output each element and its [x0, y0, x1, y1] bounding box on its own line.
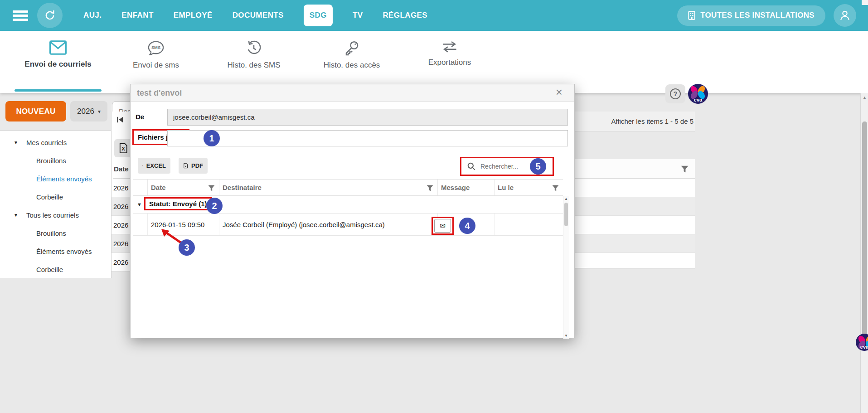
eva-floating-badge[interactable]: eva: [856, 334, 868, 351]
filter-icon[interactable]: [681, 165, 689, 173]
history-icon: [246, 40, 262, 56]
from-field[interactable]: [167, 109, 568, 126]
sidebar-item-corbeille-2[interactable]: Corbeille: [0, 261, 111, 279]
pdf-file-icon: [183, 161, 188, 170]
sidebar-item-label: Brouillons: [36, 152, 66, 170]
eva-label: eva: [856, 344, 868, 350]
nav-item-sdg[interactable]: SDG: [304, 5, 333, 26]
refresh-icon: [44, 10, 56, 21]
column-label: Message: [441, 184, 470, 191]
sidebar-group-tous-les-courriels[interactable]: ▼ Tous les courriels: [0, 206, 111, 224]
sidebar-item-corbeille[interactable]: Corbeille: [0, 188, 111, 206]
svg-text:SMS: SMS: [151, 45, 160, 50]
page-scrollbar-thumb[interactable]: [862, 121, 867, 336]
sidebar-item-label: Corbeille: [36, 188, 63, 206]
column-label: Destinataire: [223, 184, 262, 191]
table-row[interactable]: [575, 216, 695, 234]
refresh-button[interactable]: [37, 3, 63, 28]
modal-table-scrollbar[interactable]: ▲ ▼: [563, 196, 569, 339]
table-row[interactable]: [575, 197, 695, 216]
main-nav: AUJ. ENFANT EMPLOYÉ DOCUMENTS SDG TV RÉG…: [83, 5, 427, 26]
table-row[interactable]: 2026-01-15 09:50 Josée Corbeil (Employé)…: [133, 214, 563, 236]
column-label: Lu le: [498, 184, 514, 191]
scroll-down-icon[interactable]: ▼: [564, 334, 568, 338]
table-row[interactable]: [575, 234, 695, 253]
nav-item-tv[interactable]: TV: [353, 11, 363, 20]
filter-icon[interactable]: [208, 185, 215, 191]
chevron-down-icon: ▾: [98, 108, 101, 115]
nav-item-reglages[interactable]: RÉGLAGES: [383, 11, 427, 20]
excel-file-icon: X: [118, 143, 128, 154]
help-button[interactable]: ?: [665, 84, 685, 103]
year-select-value: 2026: [77, 107, 94, 116]
items-count-label: Afficher les items 1 - 5 de 5: [575, 112, 695, 131]
tab-label: Exportations: [428, 58, 471, 67]
column-header-message[interactable]: Message: [438, 180, 495, 195]
close-icon[interactable]: ×: [556, 85, 563, 99]
status-group-label: Statut: Envoyé (1): [144, 197, 212, 210]
filter-icon[interactable]: [552, 185, 559, 191]
scroll-up-icon[interactable]: ▲: [564, 197, 568, 201]
nav-item-employe[interactable]: EMPLOYÉ: [174, 11, 213, 20]
background-table-header: [575, 159, 695, 179]
modal-header: test d'envoi ×: [131, 84, 574, 102]
sms-icon: SMS: [147, 40, 165, 56]
from-label: De: [136, 113, 144, 121]
view-message-button[interactable]: ✉: [434, 219, 451, 233]
topbar-right: TOUTES LES INSTALLATIONS: [677, 4, 868, 27]
year-select[interactable]: 2026 ▾: [70, 101, 107, 121]
annotation-badge-5: 5: [530, 158, 546, 175]
modal-scrollbar-thumb[interactable]: [564, 203, 568, 226]
eva-assistant-button[interactable]: eva: [688, 84, 708, 104]
message-annotation-box: ✉: [432, 217, 454, 235]
email-detail-modal: test d'envoi × De Fichiers joints 1 X EX…: [130, 84, 575, 338]
nav-item-documents[interactable]: DOCUMENTS: [233, 11, 284, 20]
user-icon: [839, 9, 851, 22]
nav-item-enfant[interactable]: ENFANT: [121, 11, 153, 20]
new-button[interactable]: NOUVEAU: [5, 101, 66, 121]
menu-icon[interactable]: [13, 10, 28, 21]
help-icon: ?: [670, 88, 681, 99]
sidebar-item-brouillons[interactable]: Brouillons: [0, 152, 111, 170]
eva-logo: eva: [856, 334, 868, 351]
top-navigation-bar: AUJ. ENFANT EMPLOYÉ DOCUMENTS SDG TV RÉG…: [0, 0, 868, 31]
modal-table-header: Date Destinataire Message Lu le: [133, 179, 563, 196]
sidebar-group-mes-courriels[interactable]: ▼ Mes courriels: [0, 134, 111, 152]
scroll-up-icon[interactable]: ▲: [863, 95, 867, 100]
column-header-date[interactable]: Date: [148, 180, 219, 195]
sidebar-item-elements-envoyes-2[interactable]: Éléments envoyés: [0, 243, 111, 261]
excel-file-icon: X: [142, 161, 143, 170]
cell-lu-le: [495, 214, 563, 235]
pdf-export-button[interactable]: PDF: [179, 158, 208, 174]
attachments-field[interactable]: [167, 130, 568, 146]
sidebar-item-elements-envoyes[interactable]: Éléments envoyés: [0, 170, 111, 188]
caret-down-icon[interactable]: ▼: [137, 202, 142, 207]
tab-label: Envoi de sms: [133, 61, 179, 70]
tab-label: Histo. des accès: [324, 61, 380, 70]
tab-envoi-de-courriels[interactable]: Envoi de courriels: [9, 31, 107, 93]
filter-icon[interactable]: [427, 185, 433, 191]
sidebar-item-label: Éléments envoyés: [36, 243, 92, 261]
all-installations-button[interactable]: TOUTES LES INSTALLATIONS: [677, 5, 825, 26]
key-icon: [344, 40, 360, 56]
first-page-icon[interactable]: [116, 116, 124, 123]
nav-item-auj[interactable]: AUJ.: [83, 11, 102, 20]
sidebar-item-label: Mes courriels: [26, 134, 67, 152]
table-row[interactable]: [575, 179, 695, 197]
column-header-destinataire[interactable]: Destinataire: [219, 180, 438, 195]
excel-export-button[interactable]: X EXCEL: [138, 158, 170, 174]
annotation-badge-1: 1: [204, 130, 220, 146]
sidebar-item-brouillons-2[interactable]: Brouillons: [0, 224, 111, 243]
tab-label: Envoi de courriels: [24, 60, 91, 69]
page-scrollbar[interactable]: ▲: [860, 93, 868, 413]
eva-logo: eva: [688, 84, 708, 104]
user-account-button[interactable]: [834, 4, 856, 27]
sidebar-item-label: Brouillons: [36, 224, 66, 243]
modal-search-input[interactable]: [480, 163, 530, 170]
search-icon: [467, 162, 476, 171]
table-row[interactable]: [575, 253, 695, 268]
column-label: Date: [151, 184, 166, 191]
scrollbar-corner: [862, 0, 868, 5]
column-header-lu-le[interactable]: Lu le: [495, 180, 563, 195]
building-icon: [688, 11, 695, 20]
